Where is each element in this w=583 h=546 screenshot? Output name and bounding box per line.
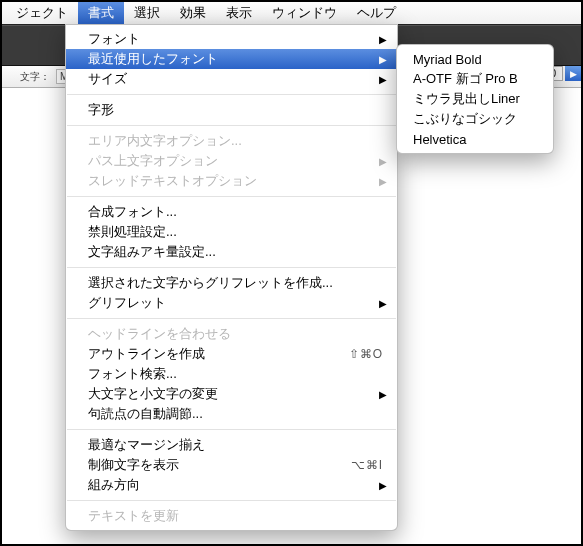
submenu-arrow-icon: ▶	[379, 156, 387, 167]
separator	[67, 267, 396, 268]
menu-item-label: パス上文字オプション	[88, 152, 218, 170]
separator	[67, 196, 396, 197]
menu-item-label: 最近使用したフォント	[88, 50, 218, 68]
menu-item[interactable]: フォント検索...	[66, 364, 397, 384]
separator	[67, 318, 396, 319]
recent-font-item[interactable]: Helvetica	[397, 129, 553, 149]
submenu-arrow-icon: ▶	[379, 176, 387, 187]
menu-item-label: 合成フォント...	[88, 203, 177, 221]
menu-item-label: 選択された文字からグリフレットを作成...	[88, 274, 333, 292]
menu-item[interactable]: 句読点の自動調節...	[66, 404, 397, 424]
menu-item: スレッドテキストオプション▶	[66, 171, 397, 191]
menu-item-label: ヘッドラインを合わせる	[88, 325, 231, 343]
menu-item-label: アウトラインを作成	[88, 345, 205, 363]
menu-item[interactable]: 最近使用したフォント▶	[66, 49, 397, 69]
separator	[67, 500, 396, 501]
menu-item-label: 最適なマージン揃え	[88, 436, 205, 454]
menu-ヘルプ[interactable]: ヘルプ	[347, 2, 406, 24]
recent-font-item[interactable]: Myriad Bold	[397, 49, 553, 69]
menu-ウィンドウ[interactable]: ウィンドウ	[262, 2, 347, 24]
menu-item-label: 句読点の自動調節...	[88, 405, 203, 423]
menu-書式[interactable]: 書式	[78, 2, 124, 24]
menu-item-label: 禁則処理設定...	[88, 223, 177, 241]
menu-効果[interactable]: 効果	[170, 2, 216, 24]
menu-item[interactable]: 組み方向▶	[66, 475, 397, 495]
menu-item-label: 制御文字を表示	[88, 456, 179, 474]
menu-item-label: 字形	[88, 101, 114, 119]
recent-fonts-submenu: Myriad BoldA-OTF 新ゴ Pro Bミウラ見出しLinerこぶりな…	[396, 44, 554, 154]
menu-item[interactable]: グリフレット▶	[66, 293, 397, 313]
recent-font-item[interactable]: ミウラ見出しLiner	[397, 89, 553, 109]
menu-item[interactable]: 大文字と小文字の変更▶	[66, 384, 397, 404]
menu-item[interactable]: 字形	[66, 100, 397, 120]
menu-item: テキストを更新	[66, 506, 397, 526]
recent-font-item[interactable]: A-OTF 新ゴ Pro B	[397, 69, 553, 89]
menubar: ジェクト書式選択効果表示ウィンドウヘルプ	[2, 2, 581, 24]
type-menu-dropdown: フォント▶最近使用したフォント▶サイズ▶字形エリア内文字オプション...パス上文…	[65, 24, 398, 531]
menu-item-label: 文字組みアキ量設定...	[88, 243, 216, 261]
play-icon[interactable]: ▶	[565, 66, 581, 81]
submenu-arrow-icon: ▶	[379, 34, 387, 45]
menu-item[interactable]: 文字組みアキ量設定...	[66, 242, 397, 262]
submenu-arrow-icon: ▶	[379, 298, 387, 309]
menu-item-label: エリア内文字オプション...	[88, 132, 242, 150]
menu-item-label: フォント	[88, 30, 140, 48]
menu-選択[interactable]: 選択	[124, 2, 170, 24]
menu-item[interactable]: 制御文字を表示⌥⌘I	[66, 455, 397, 475]
submenu-arrow-icon: ▶	[379, 74, 387, 85]
menu-item-label: フォント検索...	[88, 365, 177, 383]
menu-item[interactable]: 選択された文字からグリフレットを作成...	[66, 273, 397, 293]
separator	[67, 94, 396, 95]
menu-item-label: サイズ	[88, 70, 127, 88]
menu-item[interactable]: フォント▶	[66, 29, 397, 49]
menu-item[interactable]: 最適なマージン揃え	[66, 435, 397, 455]
menu-item-label: テキストを更新	[88, 507, 179, 525]
menu-item-label: 組み方向	[88, 476, 140, 494]
submenu-arrow-icon: ▶	[379, 480, 387, 491]
shortcut-label: ⌥⌘I	[351, 458, 383, 472]
menu-item-label: 大文字と小文字の変更	[88, 385, 218, 403]
menu-item: パス上文字オプション▶	[66, 151, 397, 171]
menu-item: エリア内文字オプション...	[66, 131, 397, 151]
menu-表示[interactable]: 表示	[216, 2, 262, 24]
menu-ジェクト[interactable]: ジェクト	[6, 2, 78, 24]
menu-item-label: スレッドテキストオプション	[88, 172, 257, 190]
separator	[67, 125, 396, 126]
menu-item[interactable]: 禁則処理設定...	[66, 222, 397, 242]
separator	[67, 429, 396, 430]
font-label: 文字：	[20, 70, 50, 84]
menu-item-label: グリフレット	[88, 294, 166, 312]
recent-font-item[interactable]: こぶりなゴシック	[397, 109, 553, 129]
submenu-arrow-icon: ▶	[379, 54, 387, 65]
menu-item[interactable]: サイズ▶	[66, 69, 397, 89]
menu-item[interactable]: アウトラインを作成⇧⌘O	[66, 344, 397, 364]
shortcut-label: ⇧⌘O	[349, 347, 383, 361]
menu-item: ヘッドラインを合わせる	[66, 324, 397, 344]
submenu-arrow-icon: ▶	[379, 389, 387, 400]
menu-item[interactable]: 合成フォント...	[66, 202, 397, 222]
